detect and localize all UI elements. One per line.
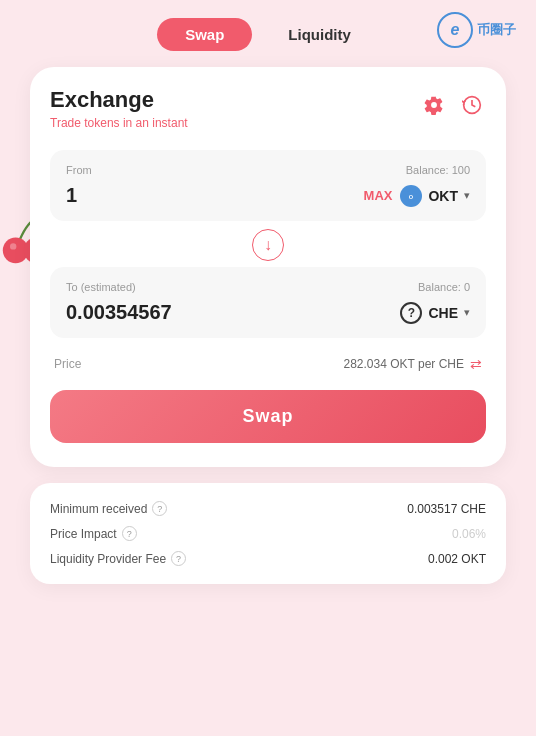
price-impact-row: Price Impact ? 0.06%: [50, 526, 486, 541]
from-token-selector[interactable]: O OKT ▾: [400, 185, 470, 207]
from-amount-input[interactable]: [66, 184, 186, 207]
logo-circle: e: [437, 12, 473, 48]
to-input-row: ? CHE ▾: [66, 301, 470, 324]
card-title: Exchange: [50, 87, 188, 113]
price-swap-icon[interactable]: ⇄: [470, 356, 482, 372]
card-title-group: Exchange Trade tokens in an instant: [50, 87, 188, 130]
tab-liquidity[interactable]: Liquidity: [260, 18, 379, 51]
min-received-question-icon[interactable]: ?: [152, 501, 167, 516]
from-balance: Balance: 100: [406, 164, 470, 176]
from-token-group: MAX O OKT ▾: [364, 185, 470, 207]
to-token-selector[interactable]: ? CHE ▾: [400, 302, 470, 324]
lp-fee-question-icon[interactable]: ?: [171, 551, 186, 566]
from-label: From: [66, 164, 92, 176]
from-section: From Balance: 100 MAX O OKT ▾: [50, 150, 486, 221]
from-label-row: From Balance: 100: [66, 164, 470, 176]
lp-fee-value: 0.002 OKT: [428, 552, 486, 566]
to-chevron-icon: ▾: [464, 306, 470, 319]
lp-fee-label: Liquidity Provider Fee: [50, 552, 166, 566]
logo-e-icon: e: [451, 21, 460, 39]
price-row: Price 282.034 OKT per CHE ⇄: [50, 346, 486, 376]
exchange-card: Exchange Trade tokens in an instant Fro: [30, 67, 506, 467]
okt-icon: O: [400, 185, 422, 207]
to-amount-input[interactable]: [66, 301, 186, 324]
min-received-label-group: Minimum received ?: [50, 501, 167, 516]
price-impact-value: 0.06%: [452, 527, 486, 541]
swap-direction-button[interactable]: ↓: [252, 229, 284, 261]
min-received-row: Minimum received ? 0.003517 CHE: [50, 501, 486, 516]
to-section: To (estimated) Balance: 0 ? CHE ▾: [50, 267, 486, 338]
card-header: Exchange Trade tokens in an instant: [50, 87, 486, 130]
price-value-group: 282.034 OKT per CHE ⇄: [343, 356, 482, 372]
price-impact-question-icon[interactable]: ?: [122, 526, 137, 541]
top-nav: Swap Liquidity e 币圈子: [0, 0, 536, 67]
min-received-value: 0.003517 CHE: [407, 502, 486, 516]
from-token-name: OKT: [428, 188, 458, 204]
to-label-row: To (estimated) Balance: 0: [66, 281, 470, 293]
price-value: 282.034 OKT per CHE: [343, 357, 464, 371]
lp-fee-row: Liquidity Provider Fee ? 0.002 OKT: [50, 551, 486, 566]
min-received-label: Minimum received: [50, 502, 147, 516]
history-icon[interactable]: [458, 91, 486, 119]
che-question-icon: ?: [400, 302, 422, 324]
to-token-name: CHE: [428, 305, 458, 321]
to-label: To (estimated): [66, 281, 136, 293]
tab-swap[interactable]: Swap: [157, 18, 252, 51]
price-label: Price: [54, 357, 81, 371]
from-chevron-icon: ▾: [464, 189, 470, 202]
swap-direction-divider: ↓: [50, 229, 486, 261]
price-impact-label: Price Impact: [50, 527, 117, 541]
header-icons: [420, 87, 486, 119]
to-balance: Balance: 0: [418, 281, 470, 293]
lp-fee-label-group: Liquidity Provider Fee ?: [50, 551, 186, 566]
settings-icon[interactable]: [420, 91, 448, 119]
svg-text:O: O: [409, 193, 414, 199]
info-card: Minimum received ? 0.003517 CHE Price Im…: [30, 483, 506, 584]
logo-text: 币圈子: [477, 21, 516, 39]
price-impact-label-group: Price Impact ?: [50, 526, 137, 541]
max-button[interactable]: MAX: [364, 188, 393, 203]
logo-watermark: e 币圈子: [437, 12, 516, 48]
svg-point-2: [10, 243, 16, 249]
card-subtitle: Trade tokens in an instant: [50, 116, 188, 130]
swap-button[interactable]: Swap: [50, 390, 486, 443]
from-input-row: MAX O OKT ▾: [66, 184, 470, 207]
